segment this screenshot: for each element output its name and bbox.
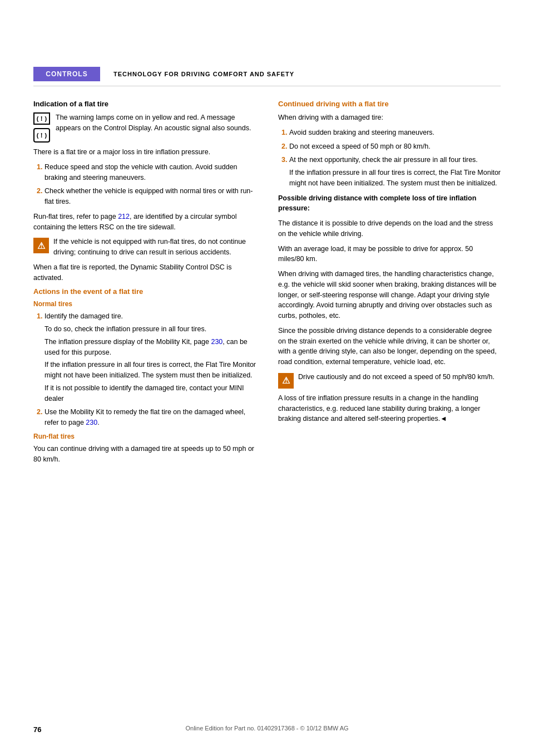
right-step3-note: If the inflation pressure in all four ti… <box>289 168 501 189</box>
distance-body3: When driving with damaged tires, the han… <box>278 269 501 321</box>
mobility-kit-link[interactable]: 230 <box>211 338 222 346</box>
left-column: Indication of a flat tire (！) (！) The wa… <box>33 100 256 469</box>
step1-sub2: The inflation pressure display of the Mo… <box>44 337 256 358</box>
normal-step2-link[interactable]: 230 <box>86 419 97 426</box>
caution-text-2: Drive cautiously and do not exceed a spe… <box>298 372 495 382</box>
caution-icon-2: ⚠ <box>278 373 294 389</box>
loss-body: A loss of tire inflation pressure result… <box>278 393 501 424</box>
step1-sub1: To do so, check the inflation pressure i… <box>44 324 256 335</box>
run-flat-note: Run-flat tires, refer to page 212, are i… <box>33 212 256 233</box>
main-content: Indication of a flat tire (！) (！) The wa… <box>33 100 501 469</box>
main-steps-list: Reduce speed and stop the vehicle with c… <box>33 162 256 207</box>
step-1: Reduce speed and stop the vehicle with c… <box>44 162 256 183</box>
intro-text: There is a flat tire or a major loss in … <box>33 147 256 158</box>
page: CONTROLS TECHNOLOGY FOR DRIVING COMFORT … <box>0 0 534 756</box>
step1-sub3: If the inflation pressure in all four ti… <box>44 360 256 381</box>
right-step-1: Avoid sudden braking and steering maneuv… <box>289 127 501 138</box>
caution-box-2: ⚠ Drive cautiously and do not exceed a s… <box>278 372 501 389</box>
right-step-2: Do not exceed a speed of 50 mph or 80 km… <box>289 141 501 152</box>
right-steps-list: Avoid sudden braking and steering maneuv… <box>278 127 501 189</box>
caution-box-1: ⚠ If the vehicle is not equipped with ru… <box>33 237 256 258</box>
normal-step-2: Use the Mobility Kit to remedy the flat … <box>44 407 256 428</box>
run-flat-body: You can continue driving with a damaged … <box>33 444 256 465</box>
distance-body2: With an average load, it may be possible… <box>278 244 501 265</box>
footer-line: Online Edition for Part no. 01402917368 … <box>185 725 348 732</box>
normal-step-1: Identify the damaged tire. To do so, che… <box>44 311 256 404</box>
dsc-text: When a flat tire is reported, the Dynami… <box>33 262 256 283</box>
possible-distance-title: Possible driving distance with complete … <box>278 193 501 214</box>
distance-body4: Since the possible driving distance depe… <box>278 326 501 367</box>
warning-description: The warning lamps come on in yellow and … <box>56 112 256 134</box>
footer: Online Edition for Part no. 01402917368 … <box>0 725 534 734</box>
distance-body1: The distance it is possible to drive dep… <box>278 218 501 239</box>
run-flat-page-link[interactable]: 212 <box>118 213 130 220</box>
right-column: Continued driving with a flat tire When … <box>278 100 501 469</box>
section2-title: Actions in the event of a flat tire <box>33 287 256 296</box>
page-header: CONTROLS TECHNOLOGY FOR DRIVING COMFORT … <box>33 67 501 86</box>
caution-text-1: If the vehicle is not equipped with run-… <box>53 237 256 258</box>
section1-title: Indication of a flat tire <box>33 100 256 108</box>
normal-tires-title: Normal tires <box>33 300 256 308</box>
right-intro: When driving with a damaged tire: <box>278 112 501 123</box>
flat-tire-warning-icon-2: (！) <box>33 128 50 143</box>
controls-tab: CONTROLS <box>33 67 100 81</box>
step1-sub4: If it is not possible to identify the da… <box>44 383 256 404</box>
normal-steps-list: Identify the damaged tire. To do so, che… <box>33 311 256 428</box>
warning-icons: (！) (！) <box>33 112 50 143</box>
caution-icon-1: ⚠ <box>33 238 49 253</box>
right-section-title: Continued driving with a flat tire <box>278 100 501 108</box>
step-2: Check whether the vehicle is equipped wi… <box>44 186 256 207</box>
run-flat-tires-title: Run-flat tires <box>33 433 256 440</box>
right-step-3: At the next opportunity, check the air p… <box>289 155 501 188</box>
page-title: TECHNOLOGY FOR DRIVING COMFORT AND SAFET… <box>113 71 294 77</box>
flat-tire-warning-icon-1: (！) <box>33 112 50 125</box>
warning-icon-row: (！) (！) The warning lamps come on in yel… <box>33 112 256 143</box>
